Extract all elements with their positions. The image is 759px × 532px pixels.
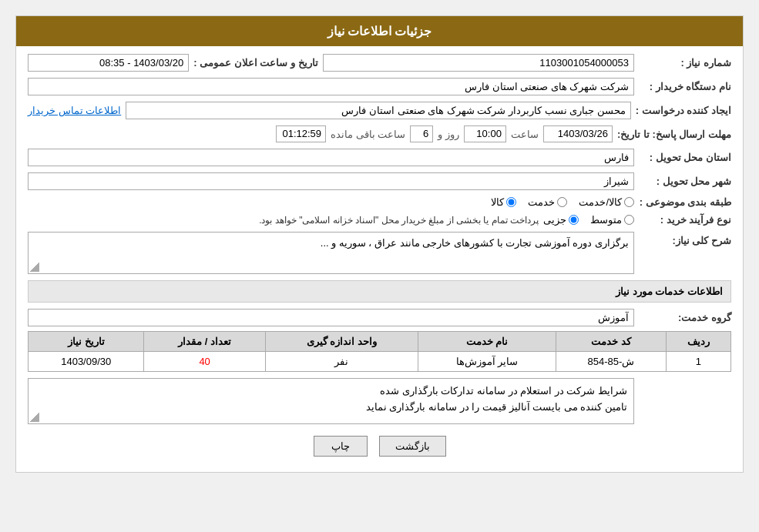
- buyer-notes-row: شرایط شرکت در استعلام در سامانه تدارکات …: [28, 378, 731, 424]
- service-group-value: آموزش: [28, 309, 634, 326]
- deadline-date: 1403/03/26: [543, 125, 613, 142]
- cell-row: 1: [666, 352, 730, 372]
- process-description: پرداخت تمام یا بخشی از مبلغ خریدار محل "…: [259, 215, 539, 226]
- buyer-notes-box: شرایط شرکت در استعلام در سامانه تدارکات …: [28, 378, 634, 424]
- col-date: تاریخ نیاز: [29, 332, 144, 352]
- service-group-label: گروه خدمت:: [639, 312, 731, 323]
- header-title: جزئیات اطلاعات نیاز: [327, 25, 432, 38]
- created-by-value: محسن جباری نسب کاربردار شرکت شهرک های صن…: [126, 102, 631, 119]
- cell-code: ش-85-854: [556, 352, 667, 372]
- cell-name: سایر آموزش‌ها: [418, 352, 556, 372]
- buyer-notes-line2: تامین کننده می بایست آنالیز قیمت را در س…: [35, 400, 627, 416]
- col-count: تعداد / مقدار: [144, 332, 265, 352]
- announce-value: 1403/03/20 - 08:35: [28, 54, 189, 72]
- col-name: نام خدمت: [418, 332, 556, 352]
- resize-handle-notes: [30, 413, 39, 422]
- contact-link[interactable]: اطلاعات تماس خریدار: [28, 105, 121, 116]
- process-jozi[interactable]: جزیی: [543, 214, 579, 226]
- deadline-row: مهلت ارسال پاسخ: تا تاریخ: 1403/03/26 سا…: [28, 125, 731, 142]
- category-khidmat[interactable]: خدمت: [528, 196, 567, 208]
- city-label: شهر محل تحویل :: [639, 176, 731, 187]
- niaz-value: 1103001054000053: [323, 54, 634, 72]
- services-section-title: اطلاعات خدمات مورد نیاز: [28, 280, 731, 303]
- process-row: نوع فرآیند خرید : متوسط جزیی پرداخت تمام…: [28, 214, 731, 226]
- cell-date: 1403/09/30: [29, 352, 144, 372]
- buyer-notes-line1: شرایط شرکت در استعلام در سامانه تدارکات …: [35, 383, 627, 400]
- province-row: استان محل تحویل : فارس: [28, 149, 731, 166]
- col-code: کد خدمت: [556, 332, 667, 352]
- deadline-day-label: روز و: [438, 129, 459, 140]
- remaining-label: ساعت باقی مانده: [331, 129, 405, 140]
- description-value: برگزاری دوره آموزشی تجارت با کشورهای خار…: [321, 237, 629, 249]
- announce-label: تاریخ و ساعت اعلان عمومی :: [193, 57, 317, 69]
- cell-count: 40: [144, 352, 265, 372]
- service-group-row: گروه خدمت: آموزش: [28, 309, 731, 326]
- province-label: استان محل تحویل :: [639, 152, 731, 163]
- page-header: جزئیات اطلاعات نیاز: [16, 16, 743, 46]
- created-by-row: ایجاد کننده درخواست : محسن جباری نسب کار…: [28, 102, 731, 119]
- category-kala-khidmat[interactable]: کالا/خدمت: [579, 196, 634, 208]
- content-area: شماره نیاز : 1103001054000053 تاریخ و سا…: [16, 46, 743, 472]
- province-value: فارس: [28, 149, 634, 166]
- cell-unit: نفر: [265, 352, 418, 372]
- deadline-time-label: ساعت: [511, 129, 539, 140]
- dastgah-label: نام دستگاه خریدار :: [639, 81, 731, 92]
- dastgah-row: نام دستگاه خریدار : شرکت شهرک های صنعتی …: [28, 78, 731, 95]
- main-container: جزئیات اطلاعات نیاز شماره نیاز : 1103001…: [15, 15, 744, 473]
- deadline-label: مهلت ارسال پاسخ: تا تاریخ:: [617, 129, 731, 140]
- category-label: طبقه بندی موضوعی :: [639, 196, 731, 208]
- deadline-days: 6: [410, 125, 433, 142]
- deadline-time: 10:00: [464, 125, 506, 142]
- table-header-row: ردیف کد خدمت نام خدمت واحد اندازه گیری ت…: [29, 332, 731, 352]
- niaz-row: شماره نیاز : 1103001054000053 تاریخ و سا…: [28, 54, 731, 72]
- print-button[interactable]: چاپ: [314, 436, 368, 457]
- col-row: ردیف: [666, 332, 730, 352]
- remaining-time: 01:12:59: [276, 125, 326, 142]
- buttons-area: بازگشت چاپ: [28, 436, 731, 457]
- resize-handle: [30, 263, 39, 272]
- process-motavasset[interactable]: متوسط: [590, 214, 634, 226]
- process-label: نوع فرآیند خرید :: [639, 214, 731, 226]
- category-options: کالا/خدمت خدمت کالا: [491, 196, 634, 208]
- city-row: شهر محل تحویل : شیراز: [28, 172, 731, 190]
- description-row: شرح کلی نیاز: برگزاری دوره آموزشی تجارت …: [28, 232, 731, 274]
- table-row: 1 ش-85-854 سایر آموزش‌ها نفر 40 1403/09/…: [29, 352, 731, 372]
- niaz-label: شماره نیاز :: [639, 57, 731, 69]
- services-table: ردیف کد خدمت نام خدمت واحد اندازه گیری ت…: [28, 331, 731, 372]
- buyer-notes-label: [639, 378, 731, 381]
- process-options: متوسط جزیی: [543, 214, 634, 226]
- dastgah-value: شرکت شهرک های صنعتی استان فارس: [28, 78, 634, 95]
- description-box: برگزاری دوره آموزشی تجارت با کشورهای خار…: [28, 232, 634, 274]
- category-kala[interactable]: کالا: [491, 196, 516, 208]
- city-value: شیراز: [28, 172, 634, 190]
- col-unit: واحد اندازه گیری: [265, 332, 418, 352]
- created-by-label: ایجاد کننده درخواست :: [636, 105, 731, 116]
- back-button[interactable]: بازگشت: [379, 436, 446, 457]
- description-label: شرح کلی نیاز:: [639, 232, 731, 246]
- category-row: طبقه بندی موضوعی : کالا/خدمت خدمت کالا: [28, 196, 731, 208]
